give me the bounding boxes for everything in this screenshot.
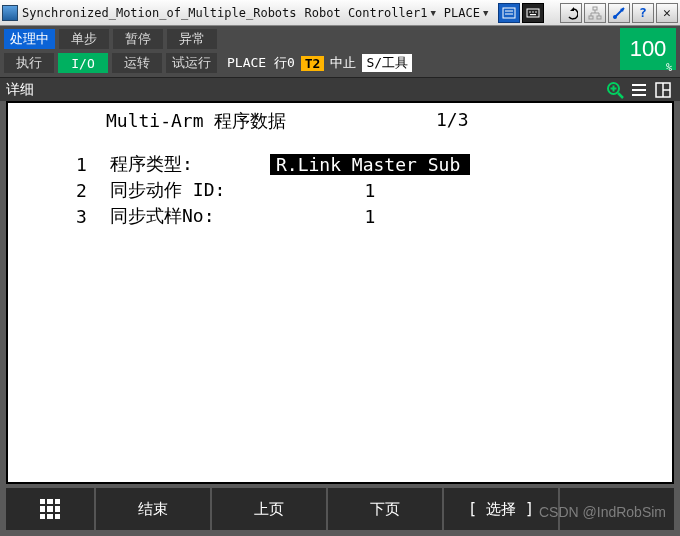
softkey-next[interactable]: 下页 (328, 488, 444, 530)
link-button[interactable] (608, 3, 630, 23)
app-title: Synchronized_Motion_of_Multiple_Robots (22, 6, 297, 20)
status-chip-io[interactable]: I/O (58, 53, 108, 73)
svg-point-6 (536, 11, 538, 13)
status-chip-step[interactable]: 单步 (59, 29, 109, 49)
controller-label: Robot Controller1 (305, 6, 428, 20)
svg-rect-3 (527, 9, 539, 17)
undo-button[interactable] (560, 3, 582, 23)
row-label: 同步动作 ID: (110, 178, 270, 202)
row-value[interactable]: 1 (270, 180, 470, 201)
row-value-selected[interactable]: R.Link Master Sub (270, 154, 470, 175)
menu-icon[interactable] (628, 79, 650, 101)
app-icon (2, 5, 18, 21)
softkey-prev[interactable]: 上页 (212, 488, 328, 530)
svg-rect-7 (530, 14, 536, 15)
row-label: 程序类型: (110, 152, 270, 176)
subheader-label: 详细 (6, 81, 34, 99)
data-row[interactable]: 3 同步式样No: 1 (16, 203, 664, 229)
svg-rect-9 (589, 16, 593, 19)
status-chip-processing[interactable]: 处理中 (4, 29, 55, 49)
status-chip-pause[interactable]: 暂停 (113, 29, 163, 49)
row-label: 同步式样No: (110, 204, 270, 228)
virtual-keypad-button[interactable] (498, 3, 520, 23)
controller-dropdown[interactable]: Robot Controller1 ▼ (305, 6, 436, 20)
virtual-keyboard-button[interactable] (522, 3, 544, 23)
status-halt: 中止 (330, 54, 356, 72)
row-value[interactable]: 1 (270, 206, 470, 227)
status-chip-exec[interactable]: 执行 (4, 53, 54, 73)
status-tool: S/工具 (362, 54, 412, 72)
svg-rect-10 (597, 16, 601, 19)
program-label: PLACE (444, 6, 480, 20)
softkey-select[interactable]: [ 选择 ] (444, 488, 560, 530)
chevron-down-icon: ▼ (483, 8, 488, 18)
svg-line-13 (618, 93, 623, 98)
grid-icon (40, 499, 60, 519)
status-chip-fault[interactable]: 异常 (167, 29, 217, 49)
data-row[interactable]: 2 同步动作 ID: 1 (16, 177, 664, 203)
svg-point-4 (530, 11, 532, 13)
svg-rect-0 (503, 8, 515, 18)
svg-rect-8 (593, 7, 597, 10)
help-button[interactable]: ? (632, 3, 654, 23)
tree-button[interactable] (584, 3, 606, 23)
status-line: PLACE 行0 T2 中止 S/工具 (227, 54, 416, 72)
detail-panel: Multi-Arm 程序数据 1/3 1 程序类型: R.Link Master… (6, 101, 674, 484)
softkey-menu[interactable] (6, 488, 96, 530)
row-number: 3 (76, 206, 110, 227)
softkey-end[interactable]: 结束 (96, 488, 212, 530)
row-number: 2 (76, 180, 110, 201)
layout-icon[interactable] (652, 79, 674, 101)
override-unit: % (666, 62, 672, 73)
softkey-empty[interactable] (560, 488, 674, 530)
softkey-bar: 结束 上页 下页 [ 选择 ] (6, 488, 674, 530)
status-chip-run[interactable]: 运转 (112, 53, 162, 73)
zoom-in-icon[interactable] (604, 79, 626, 101)
data-row[interactable]: 1 程序类型: R.Link Master Sub (16, 151, 664, 177)
page-indicator: 1/3 (436, 109, 469, 133)
status-chip-test[interactable]: 试运行 (166, 53, 217, 73)
status-t2: T2 (301, 56, 325, 71)
close-button[interactable]: ✕ (656, 3, 678, 23)
panel-title: Multi-Arm 程序数据 (106, 109, 436, 133)
program-dropdown[interactable]: PLACE ▼ (444, 6, 489, 20)
row-number: 1 (76, 154, 110, 175)
chevron-down-icon: ▼ (430, 8, 435, 18)
status-line-prefix: PLACE 行0 (227, 54, 295, 72)
override-value: 100 (630, 36, 667, 62)
svg-point-5 (533, 11, 535, 13)
svg-point-11 (613, 15, 617, 19)
